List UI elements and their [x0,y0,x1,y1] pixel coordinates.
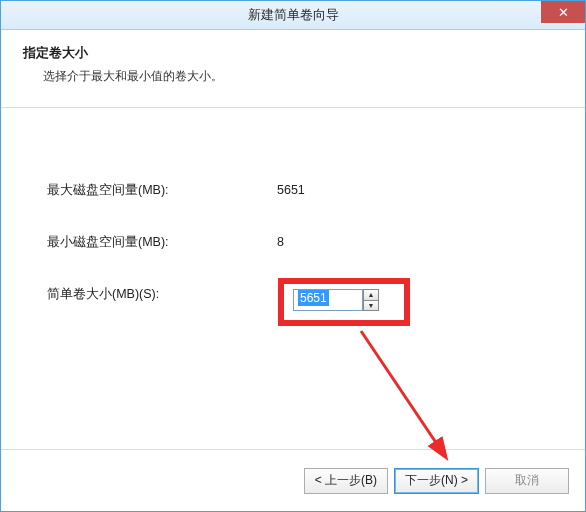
footer-panel: < 上一步(B) 下一步(N) > 取消 [1,449,585,511]
max-space-label: 最大磁盘空间量(MB): [47,182,277,199]
back-button[interactable]: < 上一步(B) [304,468,388,494]
title-bar: 新建简单卷向导 ✕ [1,1,585,30]
volume-size-input-value: 5651 [298,290,329,306]
page-subtitle: 选择介于最大和最小值的卷大小。 [23,68,563,85]
wizard-window: 新建简单卷向导 ✕ 指定卷大小 选择介于最大和最小值的卷大小。 最大磁盘空间量(… [0,0,586,512]
min-space-label: 最小磁盘空间量(MB): [47,234,277,251]
header-panel: 指定卷大小 选择介于最大和最小值的卷大小。 [1,30,585,108]
max-space-value: 5651 [277,183,397,197]
volume-size-input[interactable]: 5651 [293,289,363,311]
max-space-row: 最大磁盘空间量(MB): 5651 [47,178,539,202]
stepper-down-button[interactable]: ▼ [364,301,378,311]
body-panel: 最大磁盘空间量(MB): 5651 最小磁盘空间量(MB): 8 简单卷大小(M… [1,108,585,448]
page-title: 指定卷大小 [23,44,563,62]
stepper-buttons: ▲ ▼ [363,289,379,311]
close-button[interactable]: ✕ [541,1,585,23]
min-space-value: 8 [277,235,397,249]
stepper-up-button[interactable]: ▲ [364,290,378,301]
close-icon: ✕ [558,6,569,19]
volume-size-stepper[interactable]: 5651 ▲ ▼ [293,289,379,313]
min-space-row: 最小磁盘空间量(MB): 8 [47,230,539,254]
window-title: 新建简单卷向导 [1,6,585,24]
size-label: 简单卷大小(MB)(S): [47,286,277,303]
cancel-button[interactable]: 取消 [485,468,569,494]
next-button[interactable]: 下一步(N) > [394,468,479,494]
